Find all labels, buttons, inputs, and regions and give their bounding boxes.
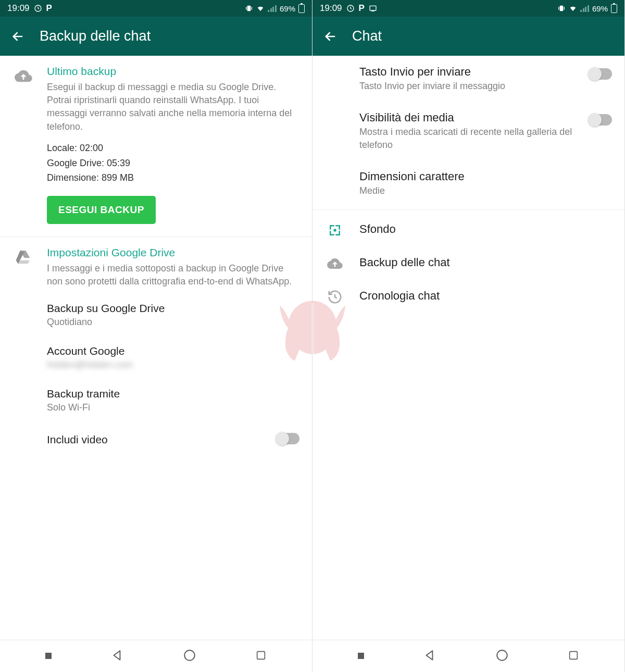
chat-backup-title: Backup delle chat [359, 256, 578, 269]
nav-recent-icon[interactable] [568, 650, 579, 663]
svg-rect-9 [358, 653, 364, 659]
battery-icon [611, 4, 617, 13]
google-account-title: Account Google [47, 345, 302, 357]
page-title: Backup delle chat [40, 28, 151, 44]
back-button[interactable] [10, 29, 25, 44]
signal-icon [580, 5, 589, 12]
cloud-upload-icon [15, 67, 33, 87]
enter-to-send-toggle[interactable] [589, 68, 612, 80]
gdrive-settings-section: Impostazioni Google Drive I messaggi e i… [0, 237, 312, 293]
backup-size-line: Dimensione: 899 MB [47, 170, 302, 185]
p-icon: P [46, 3, 52, 14]
wallpaper-icon [327, 222, 345, 238]
media-visibility-sub: Mostra i media scaricati di recente nell… [359, 126, 578, 151]
media-visibility-item[interactable]: Visibilità dei media Mostra i media scar… [312, 102, 624, 160]
svg-point-10 [497, 650, 507, 661]
history-icon [327, 289, 345, 305]
google-account-item[interactable]: Account Google hidden@hidden.com [0, 337, 312, 379]
enter-to-send-title: Tasto Invio per inviare [359, 65, 578, 79]
cast-icon [369, 4, 377, 13]
svg-rect-6 [370, 6, 376, 10]
divider [312, 209, 624, 210]
nav-home-icon[interactable] [495, 649, 509, 664]
svg-rect-1 [247, 6, 251, 11]
cloud-upload-icon [327, 256, 345, 271]
backup-frequency-title: Backup su Google Drive [47, 302, 302, 315]
vibrate-icon [245, 4, 253, 13]
gdrive-desc: I messaggi e i media sottoposti a backup… [47, 262, 302, 288]
clock-icon [34, 4, 42, 13]
battery-text: 69% [592, 4, 608, 13]
status-bar: 19:09 P 69% [312, 0, 624, 17]
gdrive-heading: Impostazioni Google Drive [47, 246, 302, 259]
chat-history-title: Cronologia chat [359, 289, 578, 303]
status-time: 19:09 [320, 3, 342, 14]
svg-rect-4 [257, 651, 265, 659]
backup-via-value: Solo Wi-Fi [47, 401, 302, 414]
svg-point-8 [333, 229, 336, 232]
wallpaper-title: Sfondo [359, 222, 578, 236]
include-video-title: Includi video [47, 433, 302, 446]
page-title: Chat [352, 28, 382, 44]
status-bar: 19:09 P 69% [0, 0, 312, 17]
enter-to-send-sub: Tasto Invio per inviare il messaggio [359, 80, 578, 92]
last-backup-desc: Esegui il backup di messaggi e media su … [47, 81, 302, 133]
backup-via-title: Backup tramite [47, 388, 302, 400]
enter-to-send-item[interactable]: Tasto Invio per inviare Tasto Invio per … [312, 56, 624, 102]
clock-icon [346, 4, 355, 13]
nav-home-icon[interactable] [183, 649, 196, 664]
nav-recent-icon[interactable] [255, 650, 267, 663]
run-backup-button[interactable]: ESEGUI BACKUP [47, 196, 156, 224]
wifi-icon [569, 4, 577, 13]
svg-rect-7 [560, 6, 564, 11]
google-account-value: hidden@hidden.com [47, 358, 302, 371]
wifi-icon [256, 4, 265, 13]
media-visibility-toggle[interactable] [589, 114, 612, 126]
status-time: 19:09 [7, 3, 30, 14]
font-size-value: Medie [359, 184, 578, 197]
nav-bar [312, 640, 624, 672]
backup-frequency-value: Quotidiano [47, 316, 302, 328]
wallpaper-item[interactable]: Sfondo [312, 213, 624, 246]
phone-left-backup: 19:09 P 69% Backup delle chat Ultimo bac… [0, 0, 312, 672]
battery-icon [298, 4, 305, 13]
backup-local-line: Locale: 02:00 [47, 141, 302, 156]
backup-frequency-item[interactable]: Backup su Google Drive Quotidiano [0, 294, 312, 337]
last-backup-section: Ultimo backup Esegui il backup di messag… [0, 56, 312, 237]
media-visibility-title: Visibilità dei media [359, 111, 578, 125]
nav-menu-icon[interactable] [45, 652, 52, 661]
app-bar: Backup delle chat [0, 17, 312, 56]
include-video-item[interactable]: Includi video [0, 422, 312, 455]
vibrate-icon [557, 4, 566, 13]
backup-drive-line: Google Drive: 05:39 [47, 156, 302, 171]
p-icon: P [359, 3, 365, 14]
back-button[interactable] [323, 29, 338, 44]
chat-backup-item[interactable]: Backup delle chat [312, 246, 624, 280]
battery-text: 69% [280, 4, 295, 13]
nav-menu-icon[interactable] [358, 652, 364, 661]
app-bar: Chat [312, 17, 624, 56]
backup-via-item[interactable]: Backup tramite Solo Wi-Fi [0, 379, 312, 422]
font-size-item[interactable]: Dimensioni carattere Medie [312, 160, 624, 206]
google-drive-icon [15, 248, 33, 267]
nav-back-icon[interactable] [110, 649, 124, 664]
include-video-toggle[interactable] [277, 433, 299, 444]
last-backup-heading: Ultimo backup [47, 65, 302, 78]
svg-rect-2 [45, 653, 52, 659]
chat-history-item[interactable]: Cronologia chat [312, 280, 624, 313]
font-size-title: Dimensioni carattere [359, 170, 578, 183]
svg-point-3 [184, 650, 195, 661]
nav-bar [0, 640, 312, 672]
svg-rect-11 [570, 651, 578, 659]
signal-icon [268, 5, 277, 12]
phone-right-chat: 19:09 P 69% Chat Tasto Invio per inviare… [312, 0, 625, 672]
nav-back-icon[interactable] [423, 649, 436, 664]
